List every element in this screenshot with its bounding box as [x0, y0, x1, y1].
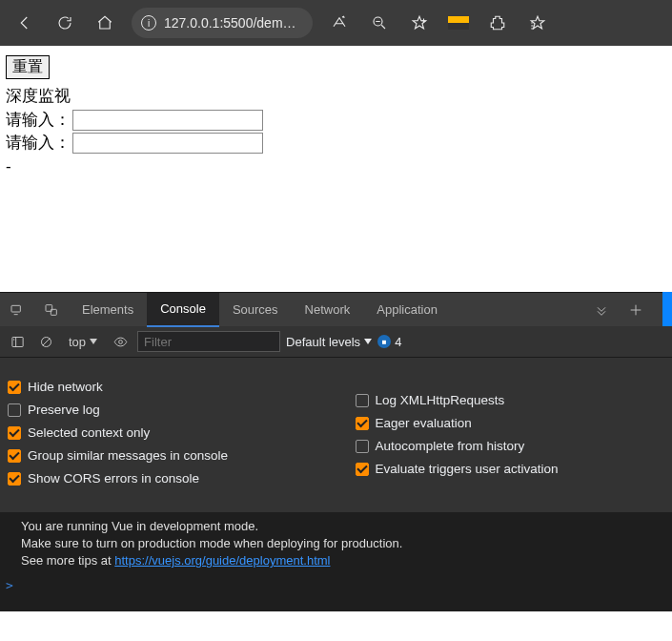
input-row-1: 请输入： [6, 109, 666, 131]
reset-button[interactable]: 重置 [6, 55, 50, 79]
label-preserve-log: Preserve log [28, 403, 100, 417]
tab-console[interactable]: Console [147, 293, 219, 327]
extensions-button[interactable] [479, 4, 517, 42]
filter-input[interactable] [137, 331, 280, 352]
console-log-message: You are running Vue in development mode.… [0, 511, 672, 574]
read-aloud-button[interactable] [320, 4, 358, 42]
label-show-cors: Show CORS errors in console [28, 471, 199, 486]
levels-label: Default levels [286, 335, 360, 349]
tab-elements[interactable]: Elements [69, 293, 147, 327]
input-row-2: 请输入： [6, 132, 666, 154]
address-text: 127.0.0.1:5500/dem… [164, 15, 296, 31]
live-expression-icon[interactable] [109, 330, 132, 353]
checkbox-selected-context[interactable] [8, 426, 21, 440]
info-icon: i [141, 15, 156, 31]
back-button[interactable] [6, 4, 44, 42]
page-heading: 深度监视 [6, 85, 666, 107]
deployment-link[interactable]: https://vuejs.org/guide/deployment.html [114, 553, 330, 568]
text-input-2[interactable] [72, 133, 263, 154]
label-eval-triggers: Evaluate triggers user activation [376, 462, 559, 476]
console-line-3: See more tips at https://vuejs.org/guide… [21, 552, 662, 569]
tab-application[interactable]: Application [363, 293, 451, 327]
issues-counter[interactable]: ■ 4 [377, 335, 401, 349]
chevron-down-icon [90, 339, 97, 344]
chevron-down-icon [364, 339, 372, 344]
checkbox-eval-triggers[interactable] [356, 463, 369, 476]
zoom-out-button[interactable] [360, 4, 398, 42]
output-dash: - [6, 157, 666, 176]
svg-point-6 [118, 340, 122, 343]
checkbox-autocomplete-hist[interactable] [356, 440, 369, 453]
checkbox-preserve-log[interactable] [8, 403, 21, 417]
tab-sources[interactable]: Sources [219, 293, 292, 327]
log-levels-selector[interactable]: Default levels [286, 335, 372, 349]
console-settings-panel: Hide network Preserve log Selected conte… [0, 358, 672, 511]
label-group-similar: Group similar messages in console [28, 448, 228, 463]
checkbox-log-xhr[interactable] [356, 394, 369, 407]
new-tab-icon[interactable] [619, 293, 653, 327]
favorite-button[interactable] [400, 4, 438, 42]
context-label: top [69, 335, 86, 349]
console-filter-bar: top Default levels ■ 4 [0, 326, 672, 358]
more-tabs-icon[interactable] [584, 293, 619, 327]
home-button[interactable] [86, 4, 124, 42]
checkbox-group-similar[interactable] [8, 449, 21, 463]
clear-console-icon[interactable] [34, 330, 57, 353]
prompt-caret-icon: > [6, 578, 13, 592]
page-content: 重置 深度监视 请输入： 请输入： - [0, 46, 672, 292]
devtools-panel: Elements Console Sources Network Applica… [0, 292, 672, 611]
address-bar[interactable]: i 127.0.0.1:5500/dem… [132, 8, 313, 38]
devtools-tab-bar: Elements Console Sources Network Applica… [0, 292, 672, 326]
input-label-1: 请输入： [6, 109, 71, 131]
refresh-button[interactable] [46, 4, 84, 42]
console-line-2: Make sure to turn on production mode whe… [21, 535, 662, 552]
checkbox-eager-eval[interactable] [356, 417, 369, 430]
context-selector[interactable]: top [63, 333, 103, 351]
inspect-element-icon[interactable] [34, 293, 69, 327]
issue-dot-icon: ■ [377, 335, 391, 348]
label-hide-network: Hide network [28, 380, 103, 394]
input-label-2: 请输入： [6, 132, 71, 154]
checkbox-hide-network[interactable] [8, 381, 21, 394]
text-input-1[interactable] [72, 110, 263, 131]
label-autocomplete-hist: Autocomplete from history [376, 439, 525, 453]
console-sidebar-toggle-icon[interactable] [6, 330, 29, 353]
label-eager-eval: Eager evaluation [376, 416, 472, 430]
label-selected-context: Selected context only [28, 425, 150, 440]
browser-toolbar: i 127.0.0.1:5500/dem… [0, 0, 672, 46]
device-toolbar-icon[interactable] [0, 293, 34, 327]
tab-network[interactable]: Network [292, 293, 364, 327]
favorites-list-button[interactable] [519, 4, 557, 42]
svg-rect-1 [11, 305, 20, 312]
profile-swatch[interactable] [448, 16, 469, 30]
checkbox-show-cors[interactable] [8, 472, 21, 486]
console-prompt[interactable]: > [0, 574, 672, 611]
svg-rect-4 [11, 337, 22, 346]
devtools-dock-indicator [662, 292, 672, 326]
label-log-xhr: Log XMLHttpRequests [376, 393, 505, 407]
console-line-1: You are running Vue in development mode. [21, 518, 662, 535]
issues-count: 4 [395, 335, 401, 349]
